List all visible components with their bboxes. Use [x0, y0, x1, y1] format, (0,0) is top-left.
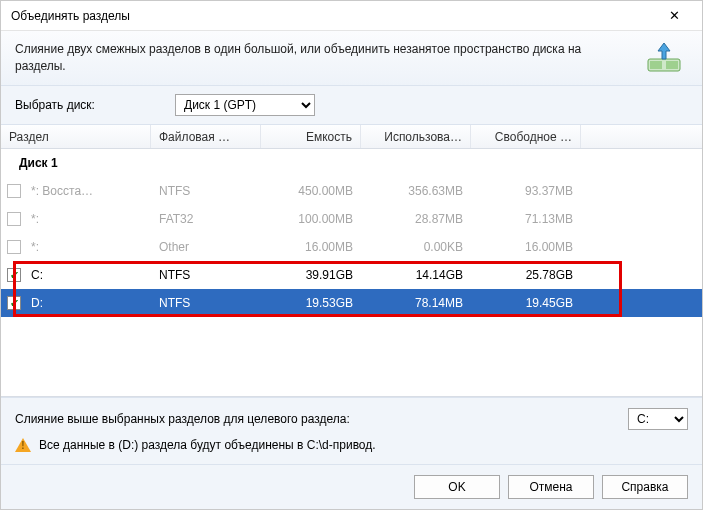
row-checkbox-cell [1, 233, 27, 261]
col-capacity[interactable]: Емкость [261, 125, 361, 148]
description-panel: Слияние двух смежных разделов в один бол… [1, 31, 702, 86]
disk-group-label: Диск 1 [1, 149, 702, 177]
merge-target-select[interactable]: C:D: [628, 408, 688, 430]
cell-used: 356.63MB [361, 177, 471, 205]
cell-capacity: 450.00MB [261, 177, 361, 205]
merge-target-label: Слияние выше выбранных разделов для целе… [15, 412, 616, 426]
table-row: *:FAT32100.00MB28.87MB71.13MB [1, 205, 702, 233]
partition-table: Раздел Файловая … Емкость Использова… Св… [1, 125, 702, 397]
cell-free: 71.13MB [471, 205, 581, 233]
cell-spacer [581, 289, 702, 317]
cell-capacity: 39.91GB [261, 261, 361, 289]
table-body: Диск 1 *: Восста…NTFS450.00MB356.63MB93.… [1, 149, 702, 397]
window-title: Объединять разделы [11, 9, 654, 23]
cell-capacity: 100.00MB [261, 205, 361, 233]
cell-capacity: 19.53GB [261, 289, 361, 317]
table-row[interactable]: D:NTFS19.53GB78.14MB19.45GB [1, 289, 702, 317]
cell-spacer [581, 233, 702, 261]
row-checkbox-cell[interactable] [1, 261, 27, 289]
disk-select[interactable]: Диск 1 (GPT) [175, 94, 315, 116]
cell-filesystem: NTFS [151, 177, 261, 205]
merge-partition-icon [640, 41, 688, 75]
row-checkbox-cell [1, 205, 27, 233]
cell-free: 93.37MB [471, 177, 581, 205]
description-text: Слияние двух смежных разделов в один бол… [15, 41, 640, 75]
row-checkbox-cell[interactable] [1, 289, 27, 317]
cell-partition: D: [27, 289, 151, 317]
warning-icon [15, 438, 31, 452]
col-filesystem[interactable]: Файловая … [151, 125, 261, 148]
cell-used: 78.14MB [361, 289, 471, 317]
row-checkbox [7, 240, 21, 254]
col-free[interactable]: Свободное … [471, 125, 581, 148]
row-checkbox-cell [1, 177, 27, 205]
row-checkbox [7, 212, 21, 226]
disk-selector-row: Выбрать диск: Диск 1 (GPT) [1, 86, 702, 125]
cell-filesystem: FAT32 [151, 205, 261, 233]
cell-free: 19.45GB [471, 289, 581, 317]
svg-rect-1 [650, 61, 662, 69]
cell-free: 16.00MB [471, 233, 581, 261]
cell-partition: *: Восста… [27, 177, 151, 205]
row-checkbox [7, 184, 21, 198]
merge-target-row: Слияние выше выбранных разделов для целе… [1, 397, 702, 434]
cell-used: 0.00KB [361, 233, 471, 261]
close-button[interactable]: ✕ [654, 2, 694, 30]
cell-used: 28.87MB [361, 205, 471, 233]
cell-capacity: 16.00MB [261, 233, 361, 261]
ok-button[interactable]: OK [414, 475, 500, 499]
cell-free: 25.78GB [471, 261, 581, 289]
cell-filesystem: Other [151, 233, 261, 261]
svg-rect-2 [666, 61, 678, 69]
disk-selector-label: Выбрать диск: [15, 98, 165, 112]
cancel-button[interactable]: Отмена [508, 475, 594, 499]
cell-filesystem: NTFS [151, 289, 261, 317]
cell-spacer [581, 205, 702, 233]
table-header: Раздел Файловая … Емкость Использова… Св… [1, 125, 702, 149]
col-spacer [581, 125, 702, 148]
row-checkbox[interactable] [7, 296, 21, 310]
cell-spacer [581, 177, 702, 205]
cell-partition: C: [27, 261, 151, 289]
close-icon: ✕ [669, 8, 680, 23]
titlebar: Объединять разделы ✕ [1, 1, 702, 31]
footer: OK Отмена Справка [1, 464, 702, 509]
warning-row: Все данные в (D:) раздела будут объедине… [1, 434, 702, 464]
table-row: *: Восста…NTFS450.00MB356.63MB93.37MB [1, 177, 702, 205]
col-used[interactable]: Использова… [361, 125, 471, 148]
cell-filesystem: NTFS [151, 261, 261, 289]
cell-spacer [581, 261, 702, 289]
help-button[interactable]: Справка [602, 475, 688, 499]
cell-partition: *: [27, 233, 151, 261]
cell-used: 14.14GB [361, 261, 471, 289]
row-checkbox[interactable] [7, 268, 21, 282]
warning-text: Все данные в (D:) раздела будут объедине… [39, 438, 376, 452]
table-row: *:Other16.00MB0.00KB16.00MB [1, 233, 702, 261]
cell-partition: *: [27, 205, 151, 233]
table-row[interactable]: C:NTFS39.91GB14.14GB25.78GB [1, 261, 702, 289]
col-partition[interactable]: Раздел [1, 125, 151, 148]
